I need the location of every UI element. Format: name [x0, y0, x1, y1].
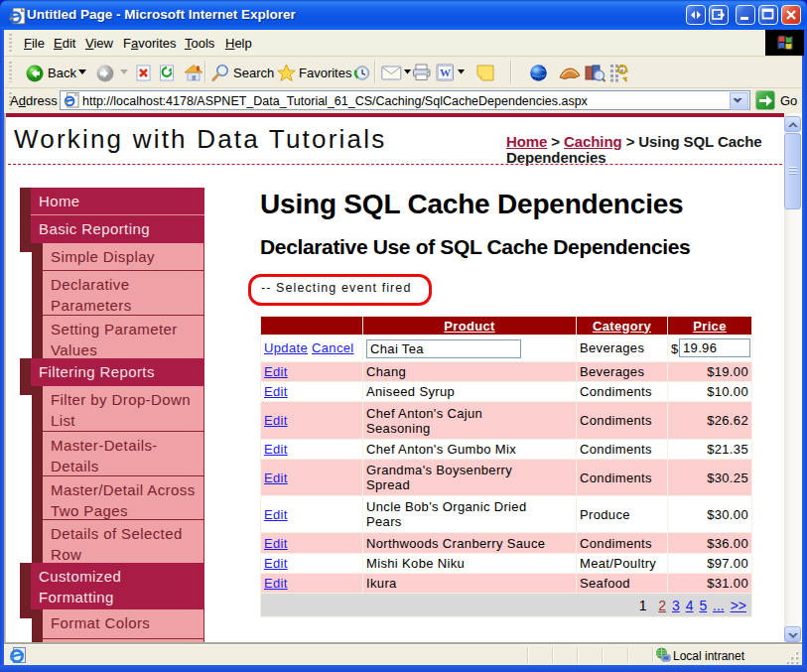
svg-text:W: W: [440, 67, 451, 78]
